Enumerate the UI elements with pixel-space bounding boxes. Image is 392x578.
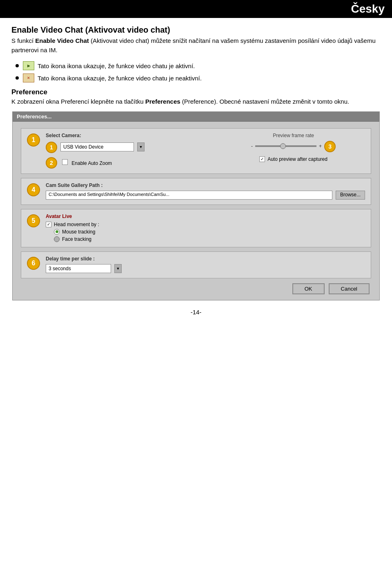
camera-panel: 1 Select Camera: 1 USB Vide bbox=[21, 128, 371, 174]
auto-zoom-row: 2 Enable Auto Zoom bbox=[46, 156, 218, 169]
preference-desc: K zobrazení okna Preferencí klepněte na … bbox=[11, 97, 381, 107]
auto-preview-label: Auto preview after captured bbox=[267, 156, 327, 162]
camera-panel-left: Select Camera: 1 USB Video Device ▼ bbox=[46, 133, 218, 169]
gallery-path-value: C:\Documents and Settings\Shihfei\My Doc… bbox=[49, 192, 169, 197]
camera-value: USB Video Device bbox=[63, 144, 104, 150]
bullet-item-2: Tato ikona ikona ukazuje, že funkce vide… bbox=[16, 73, 381, 82]
step-badge-2: 2 bbox=[46, 157, 57, 169]
auto-zoom-label: Enable Auto Zoom bbox=[71, 160, 112, 166]
head-movement-row: ✓ Head movement by : bbox=[46, 222, 365, 227]
gallery-path-row: C:\Documents and Settings\Shihfei\My Doc… bbox=[46, 191, 365, 200]
gallery-panel-content: Cam Suite Gallery Path : C:\Documents an… bbox=[46, 182, 365, 200]
header-title: Česky bbox=[351, 2, 385, 15]
dialog-body: 1 Select Camera: 1 USB Vide bbox=[13, 122, 379, 300]
auto-preview-checkbox[interactable]: ✓ bbox=[259, 156, 265, 162]
slider-plus: + bbox=[319, 143, 322, 149]
camera-two-col: Select Camera: 1 USB Video Device ▼ bbox=[46, 133, 365, 169]
inactive-camera-icon bbox=[23, 73, 34, 82]
delay-label: Delay time per slide : bbox=[46, 256, 365, 262]
face-tracking-label: Face tracking bbox=[62, 236, 91, 242]
bullet2-text: Tato ikona ikona ukazuje, že funkce vide… bbox=[38, 75, 202, 82]
avatar-label: Avatar Live bbox=[46, 213, 365, 219]
dialog-titlebar: Preferences... bbox=[13, 112, 379, 122]
camera-select-arrow[interactable]: ▼ bbox=[137, 142, 145, 151]
step-badge-1: 1 bbox=[27, 133, 40, 147]
header-bar: Česky bbox=[0, 0, 392, 18]
delay-select[interactable]: 3 seconds bbox=[46, 264, 111, 273]
slider-thumb[interactable] bbox=[280, 143, 286, 149]
content-area: Enable Video Chat (Aktivovat video chat)… bbox=[0, 25, 392, 324]
pref-desc-after: (Preference). Obecné nastavení můžete zm… bbox=[180, 98, 350, 105]
active-camera-icon bbox=[23, 61, 34, 70]
gallery-label: Cam Suite Gallery Path : bbox=[46, 182, 365, 188]
pref-desc-before: K zobrazení okna Preferencí klepněte na … bbox=[11, 98, 145, 105]
auto-zoom-checkbox[interactable] bbox=[62, 159, 68, 165]
delay-panel: 6 Delay time per slide : 3 seconds ▼ bbox=[21, 251, 371, 278]
preference-heading: Preference bbox=[11, 88, 381, 96]
camera-select-row: 1 USB Video Device ▼ bbox=[46, 141, 218, 153]
camera-panel-right: Preview frame rate - + 3 bbox=[222, 133, 365, 169]
bullet1-text: Tato ikona ikona ukazuje, že funkce vide… bbox=[38, 62, 195, 69]
head-movement-checkbox[interactable]: ✓ bbox=[46, 222, 51, 227]
dialog-buttons: OK Cancel bbox=[21, 283, 371, 294]
preferences-dialog: Preferences... 1 Select Camera: bbox=[12, 111, 380, 300]
browse-button[interactable]: Browse... bbox=[336, 191, 365, 200]
slider-track[interactable] bbox=[255, 145, 316, 147]
section-title: Enable Video Chat (Aktivovat video chat) bbox=[11, 25, 381, 35]
delay-select-arrow[interactable]: ▼ bbox=[114, 264, 122, 273]
intro-bold: Enable Video Chat bbox=[35, 37, 89, 44]
auto-zoom-checkbox-row: Enable Auto Zoom bbox=[62, 159, 112, 166]
step-badge-5: 5 bbox=[27, 214, 40, 227]
camera-label: Select Camera: bbox=[46, 133, 218, 138]
bullet-item-1: Tato ikona ikona ukazuje, že funkce vide… bbox=[16, 61, 381, 70]
step-badge-3: 3 bbox=[324, 141, 336, 152]
delay-select-row: 3 seconds ▼ bbox=[46, 264, 365, 273]
gallery-panel: 4 Cam Suite Gallery Path : C:\Documents … bbox=[21, 178, 371, 205]
camera-panel-content: Select Camera: 1 USB Video Device ▼ bbox=[46, 133, 365, 169]
mouse-tracking-label: Mouse tracking bbox=[62, 229, 95, 235]
frame-rate-label: Preview frame rate bbox=[273, 133, 314, 138]
step-badge-1b: 1 bbox=[46, 142, 57, 153]
dialog-title: Preferences... bbox=[17, 113, 51, 120]
gallery-path-input[interactable]: C:\Documents and Settings\Shihfei\My Doc… bbox=[46, 191, 332, 200]
slider-minus: - bbox=[251, 143, 253, 149]
mouse-tracking-row: Mouse tracking bbox=[54, 229, 365, 235]
bullet-dot-1 bbox=[16, 64, 19, 67]
intro-text-before: S funkcí bbox=[11, 37, 35, 44]
step-badge-4: 4 bbox=[27, 183, 40, 196]
face-tracking-radio[interactable] bbox=[54, 236, 60, 242]
head-movement-label: Head movement by : bbox=[54, 222, 99, 227]
camera-select[interactable]: USB Video Device bbox=[60, 142, 134, 151]
pref-desc-bold: Preferences bbox=[145, 98, 180, 105]
bullet-dot-2 bbox=[16, 76, 19, 80]
face-tracking-row: Face tracking bbox=[54, 236, 365, 242]
intro-paragraph: S funkcí Enable Video Chat (Aktivovat vi… bbox=[11, 36, 381, 55]
slider-row: - + 3 bbox=[251, 140, 336, 152]
ok-button[interactable]: OK bbox=[292, 283, 325, 294]
cancel-button[interactable]: Cancel bbox=[329, 283, 370, 294]
avatar-panel: 5 Avatar Live ✓ Head movement by : Mouse… bbox=[21, 209, 371, 247]
auto-preview-row: ✓ Auto preview after captured bbox=[259, 156, 327, 162]
step-badge-6: 6 bbox=[27, 257, 40, 270]
page-number: -14- bbox=[11, 309, 381, 324]
delay-panel-content: Delay time per slide : 3 seconds ▼ bbox=[46, 256, 365, 273]
delay-value: 3 seconds bbox=[49, 266, 71, 271]
avatar-panel-content: Avatar Live ✓ Head movement by : Mouse t… bbox=[46, 213, 365, 242]
bullet-list: Tato ikona ikona ukazuje, že funkce vide… bbox=[11, 61, 381, 82]
mouse-tracking-radio[interactable] bbox=[54, 229, 60, 235]
